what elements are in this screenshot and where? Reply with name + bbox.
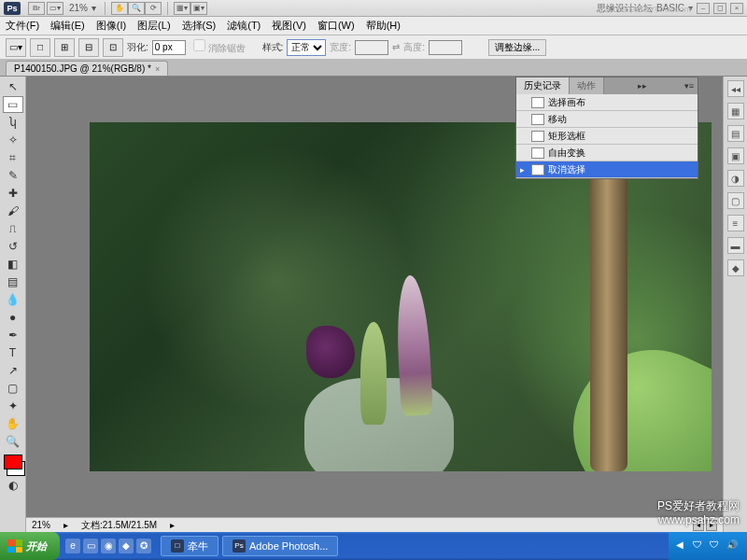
- selection-new-icon[interactable]: □: [30, 38, 50, 57]
- zoom-tool[interactable]: 🔍: [3, 433, 23, 450]
- actions-tab[interactable]: 动作: [570, 77, 604, 94]
- history-item[interactable]: ▸取消选择: [516, 161, 698, 178]
- image-content: [306, 326, 355, 378]
- dodge-tool[interactable]: ●: [3, 309, 23, 326]
- watermark-top: bbs.MISSYUAN.com: [613, 5, 691, 14]
- eyedropper-tool[interactable]: ✎: [3, 167, 23, 184]
- styles-panel-icon[interactable]: ▣: [727, 147, 744, 164]
- menu-layer[interactable]: 图层(L): [137, 19, 170, 33]
- canvas-area[interactable]: 历史记录 动作 ▸▸ ▾≡ 选择画布 移动 矩形选框 自由变换 ▸取消选择: [26, 77, 723, 532]
- layers-panel-icon[interactable]: ≡: [727, 215, 744, 231]
- zoom-readout[interactable]: 21%: [69, 3, 88, 13]
- image-content: [394, 274, 433, 416]
- type-tool[interactable]: T: [3, 344, 23, 361]
- stamp-tool[interactable]: ⎍: [3, 220, 23, 237]
- eraser-tool[interactable]: ◧: [3, 256, 23, 273]
- adjustments-panel-icon[interactable]: ◑: [727, 170, 744, 187]
- history-label: 移动: [548, 113, 567, 126]
- zoom-dropdown-icon[interactable]: ▾: [88, 3, 99, 13]
- menu-file[interactable]: 文件(F): [6, 19, 39, 33]
- feather-input[interactable]: [152, 40, 186, 55]
- menu-image[interactable]: 图像(I): [96, 19, 126, 33]
- lasso-tool[interactable]: ʮ: [3, 114, 23, 131]
- paths-panel-icon[interactable]: ◆: [727, 259, 744, 276]
- history-brush-tool[interactable]: ↺: [3, 238, 23, 255]
- windows-taskbar: 开始 e ▭ ◉ ◆ ✪ □ 牵牛 Ps Adobe Photosh... ◀ …: [0, 532, 747, 560]
- tray-icon[interactable]: 🔊: [726, 539, 740, 553]
- width-label: 宽度:: [330, 41, 351, 54]
- status-menu-icon[interactable]: ▸: [170, 520, 175, 530]
- tray-icon[interactable]: 🛡: [710, 539, 723, 553]
- channels-panel-icon[interactable]: ▬: [727, 237, 744, 254]
- history-tab[interactable]: 历史记录: [516, 77, 570, 94]
- ql-ie-icon[interactable]: e: [65, 539, 80, 553]
- menu-help[interactable]: 帮助(H): [366, 19, 401, 33]
- hand-tool-icon[interactable]: ✋: [111, 2, 128, 15]
- marquee-tool[interactable]: ▭: [3, 96, 23, 113]
- system-tray[interactable]: ◀ 🛡 🛡 🔊: [669, 532, 747, 560]
- shape-tool[interactable]: ▢: [3, 380, 23, 397]
- start-button[interactable]: 开始: [0, 532, 60, 560]
- panel-menu-icon[interactable]: ▾≡: [681, 81, 698, 91]
- pen-tool[interactable]: ✒: [3, 327, 23, 343]
- screenmode-cycle-button[interactable]: ▣▾: [190, 2, 207, 15]
- maximize-button[interactable]: ◻: [713, 3, 726, 14]
- wand-tool[interactable]: ✧: [3, 132, 23, 148]
- close-tab-icon[interactable]: ×: [155, 64, 160, 74]
- menu-edit[interactable]: 编辑(E): [50, 19, 85, 33]
- gradient-tool[interactable]: ▤: [3, 273, 23, 290]
- options-bar: ▭▾ □ ⊞ ⊟ ⊡ 羽化: 消除锯齿 样式: 正常 宽度: ⇄ 高度: 调整边…: [0, 35, 747, 60]
- path-select-tool[interactable]: ↗: [3, 362, 23, 379]
- ql-app-icon[interactable]: ◆: [119, 539, 134, 553]
- status-zoom[interactable]: 21%: [32, 520, 50, 530]
- document-tab[interactable]: P1400150.JPG @ 21%(RGB/8) * ×: [6, 61, 168, 76]
- ql-app-icon[interactable]: ◉: [101, 539, 116, 553]
- rotate-view-icon[interactable]: ⟳: [145, 2, 162, 15]
- swatches-panel-icon[interactable]: ▤: [727, 125, 744, 142]
- tray-icon[interactable]: ◀: [676, 539, 689, 553]
- selection-subtract-icon[interactable]: ⊟: [78, 38, 99, 57]
- status-docsize: 文档:21.5M/21.5M: [81, 519, 157, 532]
- ql-app-icon[interactable]: ✪: [136, 539, 151, 553]
- move-tool[interactable]: ↖: [3, 78, 23, 95]
- taskbar-task[interactable]: Ps Adobe Photosh...: [222, 536, 338, 556]
- zoom-tool-icon[interactable]: 🔍: [128, 2, 145, 15]
- quickmask-toggle[interactable]: ◐: [3, 477, 23, 494]
- selection-intersect-icon[interactable]: ⊡: [103, 38, 123, 57]
- menu-window[interactable]: 窗口(W): [317, 19, 355, 33]
- expand-dock-icon[interactable]: ◂◂: [727, 80, 744, 97]
- style-select[interactable]: 正常: [287, 39, 326, 56]
- history-item[interactable]: 自由变换: [516, 145, 698, 161]
- minimize-button[interactable]: –: [697, 3, 710, 14]
- menu-filter[interactable]: 滤镜(T): [227, 19, 261, 33]
- color-panel-icon[interactable]: ▦: [727, 103, 744, 119]
- selection-add-icon[interactable]: ⊞: [54, 38, 75, 57]
- start-label: 开始: [26, 539, 47, 553]
- marquee-tool-preset-icon[interactable]: ▭▾: [6, 38, 26, 57]
- ql-desktop-icon[interactable]: ▭: [83, 539, 98, 553]
- menu-select[interactable]: 选择(S): [182, 19, 217, 33]
- foreground-swatch[interactable]: [4, 455, 22, 469]
- history-item[interactable]: 矩形选框: [516, 128, 698, 145]
- width-input: [355, 40, 388, 55]
- masks-panel-icon[interactable]: ▢: [727, 192, 744, 209]
- brush-tool[interactable]: 🖌: [3, 203, 23, 219]
- 3d-tool[interactable]: ✦: [3, 398, 23, 414]
- tray-icon[interactable]: 🛡: [693, 539, 706, 553]
- bridge-button[interactable]: Br: [28, 2, 45, 15]
- toolbox: ↖ ▭ ʮ ✧ ⌗ ✎ ✚ 🖌 ⎍ ↺ ◧ ▤ 💧 ● ✒ T ↗ ▢ ✦ ✋ …: [0, 77, 26, 532]
- healing-tool[interactable]: ✚: [3, 185, 23, 202]
- blur-tool[interactable]: 💧: [3, 291, 23, 308]
- history-item[interactable]: 移动: [516, 111, 698, 128]
- screen-mode-button[interactable]: ▭▾: [47, 2, 63, 15]
- refine-edge-button[interactable]: 调整边缘...: [488, 39, 546, 56]
- hand-tool[interactable]: ✋: [3, 415, 23, 432]
- crop-tool[interactable]: ⌗: [3, 149, 23, 166]
- close-button[interactable]: ×: [730, 3, 743, 14]
- panel-collapse-icon[interactable]: ▸▸: [634, 81, 651, 91]
- menu-view[interactable]: 视图(V): [272, 19, 306, 33]
- arrange-docs-button[interactable]: ▦▾: [174, 2, 190, 15]
- taskbar-task[interactable]: □ 牵牛: [161, 536, 218, 556]
- history-item[interactable]: 选择画布: [516, 94, 698, 111]
- status-dropdown-icon[interactable]: ▸: [63, 520, 68, 530]
